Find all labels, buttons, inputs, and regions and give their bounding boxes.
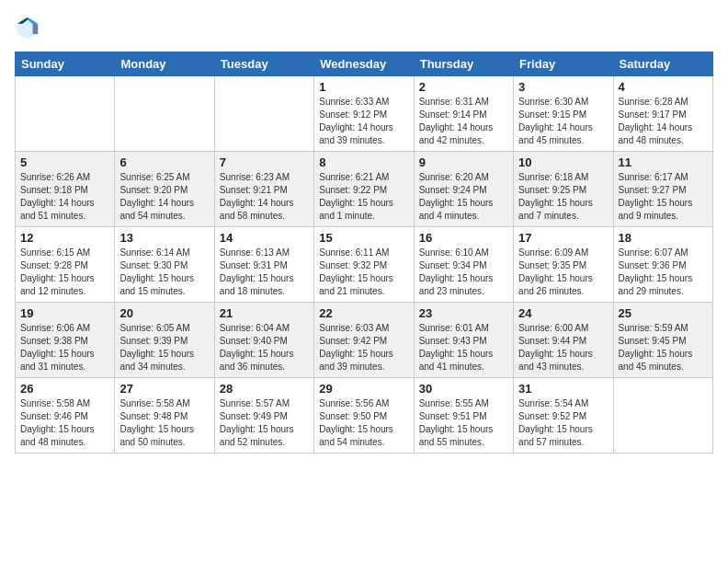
day-info: Sunrise: 6:14 AM Sunset: 9:30 PM Dayligh…: [119, 247, 209, 298]
calendar-cell: 15Sunrise: 6:11 AM Sunset: 9:32 PM Dayli…: [314, 227, 414, 303]
day-number: 30: [419, 382, 508, 396]
day-info: Sunrise: 6:10 AM Sunset: 9:34 PM Dayligh…: [419, 247, 508, 298]
header-friday: Friday: [514, 52, 613, 76]
day-number: 4: [619, 80, 708, 94]
day-info: Sunrise: 6:05 AM Sunset: 9:39 PM Dayligh…: [119, 322, 209, 373]
day-number: 15: [319, 231, 408, 245]
day-info: Sunrise: 6:26 AM Sunset: 9:18 PM Dayligh…: [20, 171, 109, 223]
calendar-cell: 9Sunrise: 6:20 AM Sunset: 9:24 PM Daylig…: [414, 152, 513, 227]
calendar-cell: 25Sunrise: 5:59 AM Sunset: 9:45 PM Dayli…: [613, 303, 712, 378]
logo: [15, 15, 44, 40]
day-info: Sunrise: 6:06 AM Sunset: 9:38 PM Dayligh…: [20, 322, 109, 373]
day-number: 22: [319, 306, 408, 320]
day-number: 12: [20, 231, 109, 245]
calendar-cell: 21Sunrise: 6:04 AM Sunset: 9:40 PM Dayli…: [214, 303, 313, 378]
day-number: 6: [119, 155, 209, 169]
day-number: 26: [20, 382, 109, 396]
day-info: Sunrise: 5:58 AM Sunset: 9:48 PM Dayligh…: [119, 397, 209, 449]
day-number: 28: [220, 382, 309, 396]
header-saturday: Saturday: [613, 52, 712, 76]
header-monday: Monday: [115, 52, 214, 76]
calendar-cell: 6Sunrise: 6:25 AM Sunset: 9:20 PM Daylig…: [115, 152, 214, 227]
day-number: 3: [518, 80, 608, 94]
calendar-week-3: 12Sunrise: 6:15 AM Sunset: 9:28 PM Dayli…: [16, 227, 713, 303]
calendar-cell: 11Sunrise: 6:17 AM Sunset: 9:27 PM Dayli…: [613, 152, 712, 227]
day-number: 29: [319, 382, 408, 396]
calendar-cell: 5Sunrise: 6:26 AM Sunset: 9:18 PM Daylig…: [16, 152, 115, 227]
calendar-cell: 29Sunrise: 5:56 AM Sunset: 9:50 PM Dayli…: [314, 378, 414, 454]
day-info: Sunrise: 6:11 AM Sunset: 9:32 PM Dayligh…: [319, 247, 408, 298]
day-info: Sunrise: 6:15 AM Sunset: 9:28 PM Dayligh…: [20, 247, 109, 298]
day-info: Sunrise: 6:09 AM Sunset: 9:35 PM Dayligh…: [518, 247, 608, 298]
day-info: Sunrise: 5:56 AM Sunset: 9:50 PM Dayligh…: [319, 397, 408, 449]
calendar-cell: [214, 76, 313, 152]
day-info: Sunrise: 6:28 AM Sunset: 9:17 PM Dayligh…: [619, 96, 708, 147]
calendar-cell: 19Sunrise: 6:06 AM Sunset: 9:38 PM Dayli…: [16, 303, 115, 378]
day-info: Sunrise: 6:25 AM Sunset: 9:20 PM Dayligh…: [119, 171, 209, 223]
logo-icon: [15, 15, 40, 40]
calendar-cell: 24Sunrise: 6:00 AM Sunset: 9:44 PM Dayli…: [514, 303, 613, 378]
calendar-cell: 26Sunrise: 5:58 AM Sunset: 9:46 PM Dayli…: [16, 378, 115, 454]
day-info: Sunrise: 6:13 AM Sunset: 9:31 PM Dayligh…: [220, 247, 309, 298]
calendar-cell: 4Sunrise: 6:28 AM Sunset: 9:17 PM Daylig…: [613, 76, 712, 152]
page-header: [15, 15, 713, 40]
day-number: 31: [518, 382, 608, 396]
day-info: Sunrise: 5:54 AM Sunset: 9:52 PM Dayligh…: [518, 397, 608, 449]
day-number: 10: [518, 155, 608, 169]
calendar-cell: 31Sunrise: 5:54 AM Sunset: 9:52 PM Dayli…: [514, 378, 613, 454]
day-number: 17: [518, 231, 608, 245]
day-number: 25: [619, 306, 708, 320]
day-number: 23: [419, 306, 508, 320]
calendar-cell: 17Sunrise: 6:09 AM Sunset: 9:35 PM Dayli…: [514, 227, 613, 303]
calendar-cell: 30Sunrise: 5:55 AM Sunset: 9:51 PM Dayli…: [414, 378, 513, 454]
calendar-cell: 7Sunrise: 6:23 AM Sunset: 9:21 PM Daylig…: [214, 152, 313, 227]
calendar-cell: 12Sunrise: 6:15 AM Sunset: 9:28 PM Dayli…: [16, 227, 115, 303]
day-info: Sunrise: 6:18 AM Sunset: 9:25 PM Dayligh…: [518, 171, 608, 223]
header-thursday: Thursday: [414, 52, 513, 76]
day-info: Sunrise: 5:57 AM Sunset: 9:49 PM Dayligh…: [220, 397, 309, 449]
calendar-cell: 16Sunrise: 6:10 AM Sunset: 9:34 PM Dayli…: [414, 227, 513, 303]
header-wednesday: Wednesday: [314, 52, 414, 76]
calendar-cell: 22Sunrise: 6:03 AM Sunset: 9:42 PM Dayli…: [314, 303, 414, 378]
day-info: Sunrise: 6:31 AM Sunset: 9:14 PM Dayligh…: [419, 96, 508, 147]
calendar-week-2: 5Sunrise: 6:26 AM Sunset: 9:18 PM Daylig…: [16, 152, 713, 227]
header-sunday: Sunday: [16, 52, 115, 76]
day-number: 20: [119, 306, 209, 320]
day-info: Sunrise: 5:59 AM Sunset: 9:45 PM Dayligh…: [619, 322, 708, 373]
calendar-cell: 10Sunrise: 6:18 AM Sunset: 9:25 PM Dayli…: [514, 152, 613, 227]
calendar-cell: 28Sunrise: 5:57 AM Sunset: 9:49 PM Dayli…: [214, 378, 313, 454]
day-number: 21: [220, 306, 309, 320]
day-number: 13: [119, 231, 209, 245]
calendar-cell: 8Sunrise: 6:21 AM Sunset: 9:22 PM Daylig…: [314, 152, 414, 227]
day-number: 18: [619, 231, 708, 245]
calendar-cell: 27Sunrise: 5:58 AM Sunset: 9:48 PM Dayli…: [115, 378, 214, 454]
day-number: 2: [419, 80, 508, 94]
day-info: Sunrise: 6:07 AM Sunset: 9:36 PM Dayligh…: [619, 247, 708, 298]
day-number: 9: [419, 155, 508, 169]
svg-marker-3: [33, 24, 39, 34]
calendar-cell: 23Sunrise: 6:01 AM Sunset: 9:43 PM Dayli…: [414, 303, 513, 378]
day-number: 24: [518, 306, 608, 320]
day-info: Sunrise: 5:58 AM Sunset: 9:46 PM Dayligh…: [20, 397, 109, 449]
day-info: Sunrise: 5:55 AM Sunset: 9:51 PM Dayligh…: [419, 397, 508, 449]
calendar-header-row: SundayMondayTuesdayWednesdayThursdayFrid…: [16, 52, 713, 76]
day-number: 5: [20, 155, 109, 169]
day-info: Sunrise: 6:04 AM Sunset: 9:40 PM Dayligh…: [220, 322, 309, 373]
calendar-cell: 2Sunrise: 6:31 AM Sunset: 9:14 PM Daylig…: [414, 76, 513, 152]
calendar-cell: [16, 76, 115, 152]
calendar-cell: 3Sunrise: 6:30 AM Sunset: 9:15 PM Daylig…: [514, 76, 613, 152]
day-info: Sunrise: 6:21 AM Sunset: 9:22 PM Dayligh…: [319, 171, 408, 223]
day-number: 1: [319, 80, 408, 94]
day-number: 7: [220, 155, 309, 169]
day-info: Sunrise: 6:23 AM Sunset: 9:21 PM Dayligh…: [220, 171, 309, 223]
day-number: 16: [419, 231, 508, 245]
day-number: 27: [119, 382, 209, 396]
calendar-cell: 1Sunrise: 6:33 AM Sunset: 9:12 PM Daylig…: [314, 76, 414, 152]
calendar-cell: [613, 378, 712, 454]
day-info: Sunrise: 6:03 AM Sunset: 9:42 PM Dayligh…: [319, 322, 408, 373]
day-number: 19: [20, 306, 109, 320]
calendar-cell: 18Sunrise: 6:07 AM Sunset: 9:36 PM Dayli…: [613, 227, 712, 303]
calendar-cell: 14Sunrise: 6:13 AM Sunset: 9:31 PM Dayli…: [214, 227, 313, 303]
calendar-cell: 13Sunrise: 6:14 AM Sunset: 9:30 PM Dayli…: [115, 227, 214, 303]
calendar-cell: [115, 76, 214, 152]
